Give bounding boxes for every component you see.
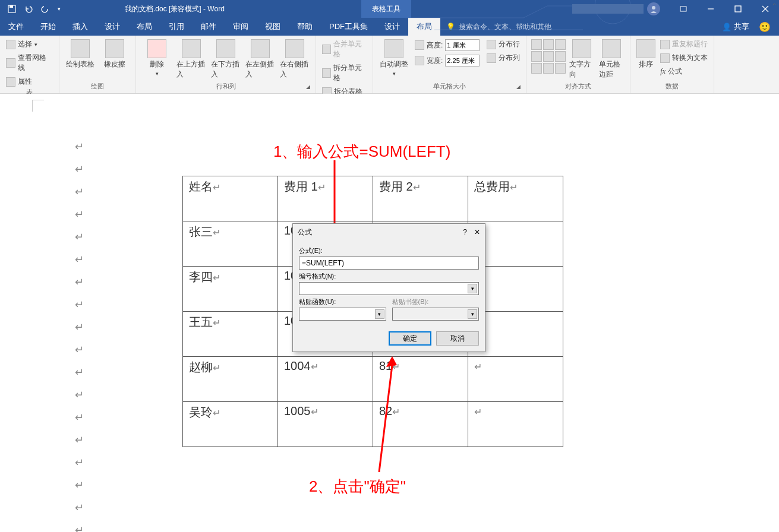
repeat-header-button[interactable]: 重复标题行 <box>658 38 710 50</box>
table-row[interactable]: 赵柳↵ 1004↵ 81↵ ↵ <box>183 357 563 402</box>
paste-function-select[interactable]: ▾ <box>299 308 386 321</box>
dialog-titlebar[interactable]: 公式 ? ✕ <box>293 224 485 240</box>
tab-table-design[interactable]: 设计 <box>376 18 408 36</box>
align-ml-icon[interactable] <box>531 51 542 62</box>
group-table: 选择▾ 查看网格线 属性 表 <box>0 36 59 93</box>
text-direction-icon <box>572 39 591 58</box>
align-bl-icon[interactable] <box>531 63 542 74</box>
qat-dropdown[interactable]: ▾ <box>55 2 63 16</box>
gridlines-icon <box>6 58 15 68</box>
undo-button[interactable] <box>21 2 36 16</box>
distribute-cols-button[interactable]: 分布列 <box>484 52 522 64</box>
align-tl-icon[interactable] <box>531 39 542 50</box>
insert-right-icon <box>285 39 304 58</box>
tab-table-layout[interactable]: 布局 <box>408 18 440 36</box>
view-gridlines-button[interactable]: 查看网格线 <box>4 52 55 74</box>
tab-view[interactable]: 视图 <box>257 18 289 36</box>
share-button[interactable]: 👤 共享 <box>722 21 749 32</box>
group-label: 对齐方式 <box>530 82 626 92</box>
paste-bookmark-label: 粘贴书签(B): <box>392 297 480 306</box>
insert-left-button[interactable]: 在左侧插入 <box>243 38 277 82</box>
tab-insert[interactable]: 插入 <box>64 18 96 36</box>
sort-button[interactable]: 排序 <box>634 38 658 82</box>
tab-help[interactable]: 帮助 <box>289 18 321 36</box>
distribute-rows-button[interactable]: 分布行 <box>484 38 522 50</box>
align-mr-icon[interactable] <box>555 51 566 62</box>
annotation-step2: 2、点击"确定" <box>309 476 406 497</box>
draw-table-button[interactable]: 绘制表格 <box>63 38 97 82</box>
tab-file[interactable]: 文件 <box>0 18 32 36</box>
ok-button[interactable]: 确定 <box>389 331 431 346</box>
properties-icon <box>6 77 15 87</box>
dialog-launcher[interactable]: ◢ <box>516 84 523 91</box>
tell-me-search[interactable]: 💡 搜索命令、文本、帮助和其他 <box>440 22 551 32</box>
tab-layout[interactable]: 布局 <box>128 18 160 36</box>
formula-label: 公式(E): <box>299 246 479 255</box>
formula-input[interactable] <box>299 256 479 270</box>
align-bc-icon[interactable] <box>543 63 554 74</box>
width-input[interactable] <box>445 55 480 66</box>
dist-rows-icon <box>487 40 496 49</box>
merge-cells-button[interactable]: 合并单元格 <box>320 38 369 61</box>
align-tc-icon[interactable] <box>543 39 554 50</box>
annotation-step1: 1、输入公式=SUM(LEFT) <box>273 141 450 162</box>
maximize-button[interactable] <box>724 0 752 18</box>
title-bar: ▾ 我的文档.doc [兼容模式] - Word 表格工具 <box>0 0 779 18</box>
properties-button[interactable]: 属性 <box>4 75 55 88</box>
tab-home[interactable]: 开始 <box>32 18 64 36</box>
tab-pdf-tools[interactable]: PDF工具集 <box>321 18 376 36</box>
number-format-label: 编号格式(N): <box>299 272 479 281</box>
help-icon[interactable]: ? <box>463 228 467 236</box>
insert-above-button[interactable]: 在上方插入 <box>174 38 209 82</box>
convert-icon <box>660 53 670 63</box>
group-label: 数据 <box>634 82 710 92</box>
dist-cols-icon <box>487 53 496 63</box>
tab-references[interactable]: 引用 <box>160 18 193 36</box>
select-button[interactable]: 选择▾ <box>4 38 55 50</box>
collapse-ribbon-button[interactable]: ⌃ <box>772 2 777 9</box>
svg-point-3 <box>652 6 655 10</box>
dialog-launcher[interactable]: ◢ <box>306 84 313 91</box>
eraser-button[interactable]: 橡皮擦 <box>97 38 132 82</box>
close-icon[interactable]: ✕ <box>474 228 480 236</box>
cancel-button[interactable]: 取消 <box>436 331 479 346</box>
number-format-select[interactable]: ▾ <box>299 282 479 295</box>
cell-margins-icon <box>602 39 621 58</box>
convert-text-button[interactable]: 转换为文本 <box>658 52 710 64</box>
table-row[interactable]: 姓名↵ 费用 1↵ 费用 2↵ 总费用↵ <box>183 176 563 221</box>
insert-above-icon <box>182 39 201 58</box>
split-cells-button[interactable]: 拆分单元格 <box>320 62 369 84</box>
svg-rect-2 <box>10 5 13 8</box>
cell-margins-button[interactable]: 单元格边距 <box>597 38 626 82</box>
height-input[interactable] <box>445 39 480 51</box>
insert-below-button[interactable]: 在下方插入 <box>209 38 243 82</box>
insert-right-button[interactable]: 在右侧插入 <box>277 38 312 82</box>
text-direction-button[interactable]: 文字方向 <box>567 38 597 82</box>
redo-button[interactable] <box>38 2 52 16</box>
align-mc-icon[interactable] <box>543 51 554 62</box>
ribbon-display-button[interactable] <box>670 0 697 18</box>
tab-mailings[interactable]: 邮件 <box>193 18 225 36</box>
lightbulb-icon: 💡 <box>446 23 455 31</box>
paragraph-marks: ↵↵↵↵↵↵↵ ↵↵↵↵↵↵↵ ↵↵↵↵↵ <box>75 140 84 532</box>
group-rows-cols: 删除▾ 在上方插入 在下方插入 在左侧插入 在右侧插入 行和列 ◢ <box>136 36 316 93</box>
share-icon: 👤 <box>722 23 731 31</box>
chevron-down-icon: ▾ <box>375 309 384 319</box>
group-alignment: 文字方向 单元格边距 对齐方式 <box>526 36 630 93</box>
account-area[interactable] <box>572 2 660 15</box>
minimize-button[interactable] <box>697 0 724 18</box>
align-br-icon[interactable] <box>555 63 566 74</box>
group-label: 行和列 <box>140 82 312 92</box>
tab-review[interactable]: 审阅 <box>225 18 257 36</box>
svg-marker-12 <box>386 356 397 367</box>
table-row[interactable]: 吴玲↵ 1005↵ 82↵ ↵ <box>183 402 563 447</box>
delete-button[interactable]: 删除▾ <box>140 38 174 82</box>
align-tr-icon[interactable] <box>555 39 566 50</box>
tab-design[interactable]: 设计 <box>96 18 128 36</box>
save-button[interactable] <box>5 2 19 16</box>
user-avatar-icon[interactable] <box>647 2 660 15</box>
height-icon <box>415 40 424 50</box>
autofit-button[interactable]: 自动调整▾ <box>377 38 411 82</box>
formula-button[interactable]: fx公式 <box>658 65 710 78</box>
feedback-smiley-icon[interactable]: 🙂 <box>759 21 771 33</box>
